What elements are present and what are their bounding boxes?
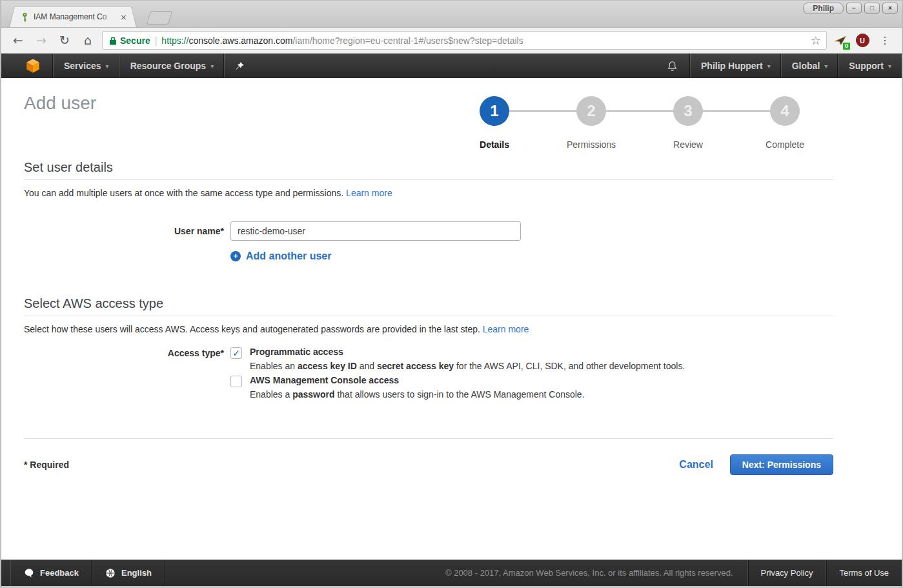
aws-navbar-right: Philip Huppert ▾ Global ▾ Support ▾ (654, 54, 902, 78)
desc-text: Enables an (250, 361, 298, 371)
url-text: https://console.aws.amazon.com/iam/home?… (161, 35, 806, 46)
notifications-bell-icon[interactable] (654, 54, 690, 78)
adblock-extension-icon[interactable]: 0 (832, 32, 849, 49)
secure-indicator[interactable]: Secure (109, 35, 150, 46)
minimize-button[interactable]: − (846, 3, 862, 14)
user-details-intro: You can add multiple users at once with … (24, 188, 833, 198)
chevron-down-icon: ▾ (767, 63, 771, 70)
titlebar-and-tabstrip: Philip − □ × IAM Management Co × (1, 1, 902, 28)
region-label: Global (792, 61, 820, 71)
step-circle: 2 (576, 96, 606, 126)
support-menu[interactable]: Support ▾ (838, 54, 902, 78)
step-label: Complete (766, 139, 804, 150)
bottom-divider (24, 438, 833, 439)
chevron-down-icon: ▾ (824, 63, 827, 70)
tab-close-icon[interactable]: × (120, 13, 127, 21)
back-icon[interactable]: ← (9, 34, 27, 46)
browser-tab-inner: IAM Management Co × (10, 6, 136, 27)
browser-menu-icon[interactable]: ⋮ (876, 34, 894, 46)
feedback-button[interactable]: Feedback (10, 560, 92, 586)
step-complete: 4 Complete (736, 96, 833, 150)
chevron-down-icon: ▾ (888, 63, 891, 70)
add-another-user[interactable]: + Add another user (230, 250, 833, 262)
extension-badge: 0 (843, 43, 850, 50)
pin-shortcut-button[interactable] (225, 54, 255, 78)
username-label: User name* (24, 221, 224, 241)
aws-navbar-left: Services ▾ Resource Groups ▾ (1, 54, 255, 78)
speech-bubble-icon (24, 568, 34, 578)
username-input[interactable] (230, 221, 521, 241)
url-path: /iam/home?region=eu-central-1#/users$new… (292, 35, 523, 46)
copyright-text: © 2008 - 2017, Amazon Web Services, Inc.… (431, 568, 747, 578)
step-circle: 4 (770, 96, 800, 126)
ublock-letter: U (856, 34, 869, 47)
step-details: 1 Details (446, 96, 543, 150)
tab-title: IAM Management Co (34, 12, 116, 21)
lock-icon (109, 36, 117, 45)
forward-icon[interactable]: → (32, 34, 50, 46)
desc-text: for the AWS API, CLI, SDK, and other dev… (454, 361, 685, 371)
resource-groups-menu[interactable]: Resource Groups ▾ (120, 54, 225, 78)
next-permissions-button[interactable]: Next: Permissions (730, 454, 833, 475)
username-field-wrap (230, 221, 521, 241)
chevron-down-icon: ▾ (106, 63, 109, 70)
option-body: AWS Management Console access Enables a … (250, 375, 585, 400)
access-type-options: ✓ Programmatic access Enables an access … (230, 347, 685, 400)
secure-label: Secure (120, 35, 150, 46)
chevron-down-icon: ▾ (210, 63, 214, 70)
address-bar[interactable]: Secure | https://console.aws.amazon.com/… (102, 31, 827, 50)
window-title: Philip (803, 3, 844, 14)
username-row: User name* (24, 221, 833, 241)
step-permissions: 2 Permissions (543, 96, 640, 150)
console-access-checkbox[interactable] (230, 376, 242, 387)
step-review: 3 Review (640, 96, 736, 150)
footer-right: © 2008 - 2017, Amazon Web Services, Inc.… (431, 560, 902, 586)
option-description: Enables a password that allows users to … (250, 389, 585, 400)
option-description: Enables an access key ID and secret acce… (250, 361, 685, 371)
desc-text: Enables a (250, 389, 292, 400)
option-body: Programmatic access Enables an access ke… (250, 347, 685, 371)
desc-text: that allows users to sign-in to the AWS … (335, 389, 585, 400)
new-tab-button[interactable] (147, 11, 173, 25)
access-type-intro-text: Select how these users will access AWS. … (24, 324, 480, 334)
resource-groups-label: Resource Groups (130, 61, 206, 71)
home-icon[interactable]: ⌂ (79, 34, 97, 46)
cancel-button[interactable]: Cancel (679, 459, 713, 471)
steps-row: 1 Details 2 Permissions 3 Review 4 Compl… (446, 96, 833, 150)
bottom-action-bar: * Required Cancel Next: Permissions (24, 454, 833, 475)
maximize-button[interactable]: □ (864, 3, 880, 14)
desc-text: and (357, 361, 377, 371)
terms-of-use-link[interactable]: Terms of Use (826, 560, 902, 586)
url-scheme: https:// (161, 35, 188, 46)
required-note: * Required (24, 460, 69, 470)
refresh-icon[interactable]: ↻ (56, 34, 74, 46)
page-header: Add user 1 Details 2 Permissions 3 Revie… (24, 93, 833, 150)
services-label: Services (64, 61, 101, 71)
account-menu[interactable]: Philip Huppert ▾ (691, 54, 781, 78)
ublock-extension-icon[interactable]: U (854, 32, 871, 49)
region-menu[interactable]: Global ▾ (782, 54, 838, 78)
aws-navbar: Services ▾ Resource Groups ▾ Philip Hupp… (1, 54, 902, 78)
close-button[interactable]: × (882, 3, 898, 14)
add-another-user-link[interactable]: Add another user (246, 250, 331, 262)
browser-window: Philip − □ × IAM Management Co × ← → ↻ ⌂ (0, 0, 903, 588)
wizard-steps: 1 Details 2 Permissions 3 Review 4 Compl… (446, 96, 833, 150)
desc-bold: access key ID (298, 361, 357, 371)
learn-more-link[interactable]: Learn more (483, 324, 529, 334)
access-type-intro: Select how these users will access AWS. … (24, 324, 833, 334)
bottom-actions: Cancel Next: Permissions (679, 454, 833, 475)
browser-toolbar: ← → ↻ ⌂ Secure | https://console.aws.ama… (1, 28, 902, 54)
step-circle: 3 (673, 96, 703, 126)
account-menu-label: Philip Huppert (701, 61, 763, 71)
aws-logo-icon[interactable] (1, 57, 53, 74)
bookmark-star-icon[interactable]: ☆ (811, 34, 821, 47)
step-circle: 1 (480, 96, 509, 126)
learn-more-link[interactable]: Learn more (346, 188, 392, 198)
privacy-policy-link[interactable]: Privacy Policy (747, 560, 826, 586)
step-label: Review (673, 139, 703, 150)
browser-tab[interactable]: IAM Management Co × (9, 6, 137, 27)
services-menu[interactable]: Services ▾ (54, 54, 119, 78)
programmatic-access-checkbox[interactable]: ✓ (230, 347, 242, 359)
language-button[interactable]: English (92, 560, 165, 586)
globe-icon (105, 568, 116, 578)
